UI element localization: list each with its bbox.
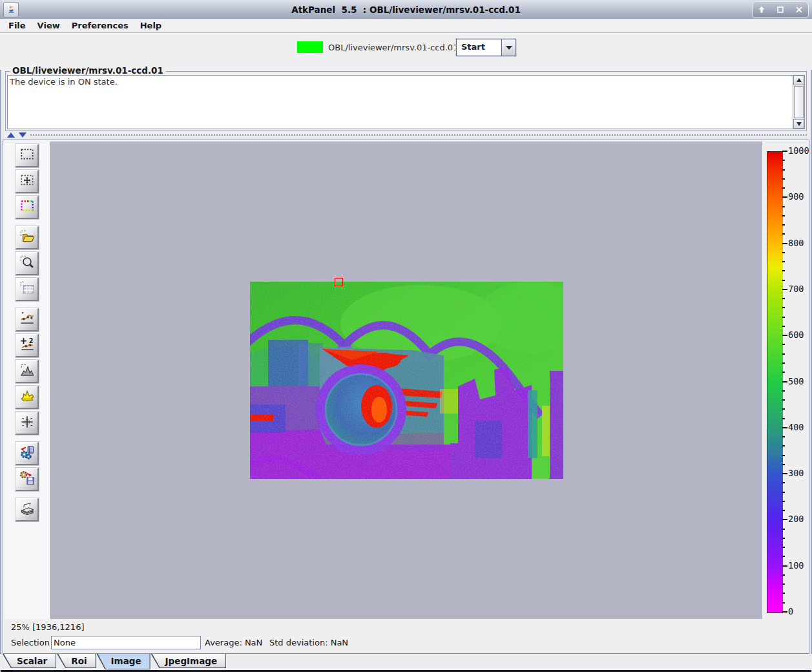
colorbar-minor-tick <box>782 547 785 548</box>
scroll-down-button[interactable] <box>793 119 804 129</box>
colorbar-tick-label: 700 <box>788 284 804 294</box>
colorbar-minor-tick <box>782 317 785 318</box>
colorbar-major-tick <box>782 473 787 474</box>
colorbar-tick-label: 0 <box>788 606 793 616</box>
menu-item-help[interactable]: Help <box>134 20 167 31</box>
squared-profile-button[interactable]: 2 <box>16 334 39 357</box>
arrow-down-icon <box>796 122 802 126</box>
colorbar-major-tick <box>782 335 787 336</box>
table-view-button[interactable] <box>16 278 39 301</box>
colorbar-major-tick <box>782 427 787 428</box>
selection-row: Selection Average: NaN Std deviation: Na… <box>11 636 786 650</box>
selection-input[interactable] <box>51 636 201 649</box>
axes-settings-button[interactable] <box>16 412 39 435</box>
colorbar-major-tick <box>782 381 787 383</box>
tab-label: JpegImage <box>151 654 227 666</box>
tab-jpegimage[interactable]: JpegImage <box>151 654 227 668</box>
command-combobox-value: Start <box>457 39 501 56</box>
scroll-up-button[interactable] <box>793 76 804 85</box>
roi-marker <box>335 278 343 286</box>
device-status-textarea[interactable]: The device is in ON state. <box>7 75 805 129</box>
window-title: AtkPanel 5.5 : OBL/liveviewer/mrsv.01-cc… <box>0 5 812 15</box>
colorbar-minor-tick <box>782 307 785 308</box>
colorbar-tick-label: 300 <box>788 468 804 478</box>
chevron-down-icon <box>506 46 512 50</box>
image-canvas[interactable] <box>50 142 762 619</box>
colorbar-minor-tick <box>782 510 785 511</box>
colorbar-major-tick <box>782 196 787 198</box>
colorbar-minor-tick <box>782 445 785 446</box>
histogram-button[interactable] <box>16 360 39 383</box>
colorbar-minor-tick <box>782 270 785 271</box>
crosshair-axes-icon <box>19 414 36 432</box>
colorbar-minor-tick <box>782 501 785 502</box>
load-settings-button[interactable] <box>16 442 39 465</box>
colorbar-minor-tick <box>782 353 785 355</box>
tab-label: Scalar <box>3 654 56 666</box>
colorbar: 01002003004005006007008009001000 <box>762 142 809 619</box>
histogram-icon <box>19 362 36 381</box>
colorbar-minor-tick <box>782 280 785 281</box>
zoom-selection-button[interactable] <box>16 252 39 275</box>
colorbar-minor-tick <box>782 344 785 345</box>
status-scrollbar[interactable] <box>793 76 804 129</box>
colorbar-minor-tick <box>782 492 785 493</box>
window-controls <box>752 1 809 18</box>
squared-profile-icon: 2 <box>19 336 36 355</box>
close-button[interactable] <box>793 4 806 16</box>
colorbar-minor-tick <box>782 464 785 465</box>
colorbar-tick-label: 900 <box>788 191 804 202</box>
tab-image[interactable]: Image <box>97 654 151 669</box>
command-combobox[interactable]: Start <box>456 39 516 56</box>
colorbar-minor-tick <box>782 602 785 604</box>
menu-item-file[interactable]: File <box>3 20 32 31</box>
colorbar-minor-tick <box>782 390 785 392</box>
collapse-down-icon[interactable] <box>19 132 26 138</box>
colorbar-minor-tick <box>782 436 785 437</box>
colorbar-minor-tick <box>782 160 785 161</box>
arrow-up-icon <box>796 78 802 82</box>
selection-tool-button[interactable] <box>16 144 39 167</box>
line-profile-button[interactable] <box>16 308 39 331</box>
tab-scalar[interactable]: Scalar <box>3 654 56 668</box>
combobox-dropdown-button[interactable] <box>501 39 515 56</box>
colorbar-minor-tick <box>782 418 785 419</box>
colorbar-minor-tick <box>782 233 785 235</box>
move-selection-button[interactable] <box>16 170 39 193</box>
colorbar-minor-tick <box>782 187 785 189</box>
colored-selection-button[interactable] <box>16 196 39 219</box>
colorbar-minor-tick <box>782 455 785 456</box>
save-settings-button[interactable] <box>16 468 39 491</box>
colorbar-minor-tick <box>782 261 785 262</box>
maximize-button[interactable] <box>774 4 787 16</box>
colorbar-tick-label: 800 <box>788 238 804 248</box>
collapse-up-icon[interactable] <box>7 132 15 138</box>
colorbar-minor-tick <box>782 206 785 207</box>
colorbar-major-tick <box>782 243 787 244</box>
divider-grip <box>30 134 807 137</box>
colorbar-minor-tick <box>782 583 785 585</box>
window-titlebar: AtkPanel 5.5 : OBL/liveviewer/mrsv.01-cc… <box>0 0 812 19</box>
device-name-label: OBL/liveviewer/mrsv.01-ccd.01 <box>328 43 458 52</box>
surface-plot-button[interactable] <box>16 386 39 409</box>
minimize-button[interactable] <box>755 4 768 16</box>
atkpanel-window: { "window": { "title": "AtkPanel 5.5 : O… <box>0 0 812 672</box>
colorbar-minor-tick <box>782 298 785 299</box>
load-file-button[interactable] <box>16 226 39 249</box>
colorbar-major-tick <box>782 611 787 613</box>
printer-icon <box>19 500 36 519</box>
menu-item-view[interactable]: View <box>32 20 66 31</box>
scrollbar-thumb[interactable] <box>794 86 804 118</box>
colorbar-tick-label: 1000 <box>788 145 809 156</box>
line-profile-icon <box>19 310 36 329</box>
colorbar-major-tick <box>782 151 787 152</box>
split-pane-divider[interactable] <box>3 132 809 138</box>
menu-item-preferences[interactable]: Preferences <box>66 20 134 31</box>
tab-roi[interactable]: Roi <box>57 654 96 668</box>
colorbar-minor-tick <box>782 482 785 483</box>
print-button[interactable] <box>16 498 39 521</box>
device-status-groupbox: OBL/liveviewer/mrsv.01-ccd.01 The device… <box>5 71 807 131</box>
colorbar-tick-label: 200 <box>788 514 804 524</box>
colorbar-major-tick <box>782 289 787 290</box>
colorbar-gradient <box>767 151 783 613</box>
